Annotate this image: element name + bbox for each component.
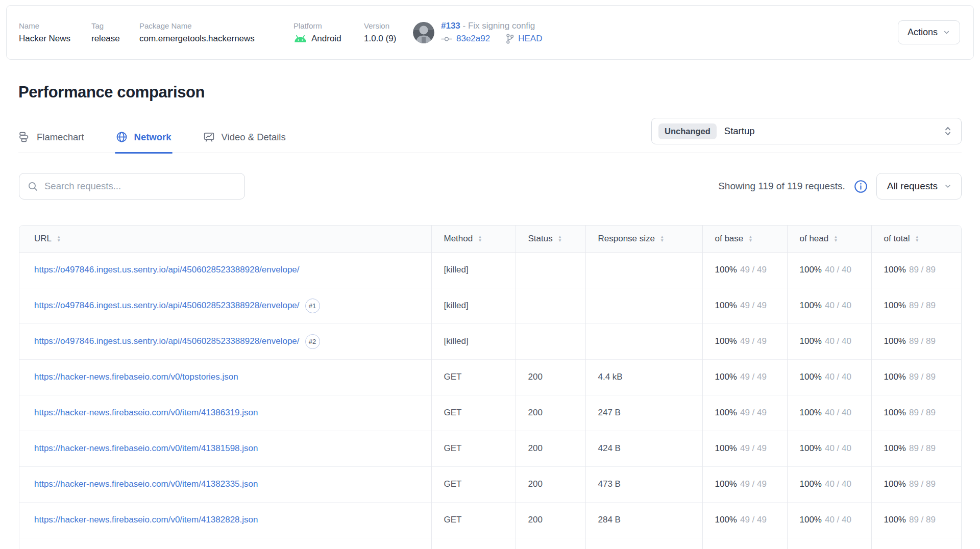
table-row: https://o497846.ingest.us.sentry.io/api/…	[19, 252, 961, 288]
field-label: Version	[364, 21, 413, 30]
sort-icon[interactable]	[57, 235, 61, 242]
request-url-link[interactable]: https://hacker-news.firebaseio.com/v0/it…	[34, 515, 258, 525]
field-value: release	[91, 34, 139, 44]
build-field-package-name: Package Name com.emergetools.hackernews	[139, 21, 293, 44]
search-icon	[28, 181, 38, 192]
of-total-cell: 100%89 / 89	[871, 288, 961, 323]
of-head-cell: 100%40 / 40	[787, 431, 871, 466]
url-cell: https://hacker-news.firebaseio.com/v0/it…	[19, 466, 431, 502]
column-header-of-base[interactable]: of base	[702, 226, 787, 252]
url-cell: https://o497846.ingest.us.sentry.io/api/…	[19, 323, 431, 359]
column-header-response-size[interactable]: Response size	[585, 226, 702, 252]
table-row: https://hacker-news.firebaseio.com/v0/it…	[19, 395, 961, 431]
status-cell	[516, 288, 585, 323]
of-base-cell: 100%49 / 49	[702, 431, 787, 466]
sort-icon[interactable]	[834, 235, 838, 242]
actions-button[interactable]: Actions	[898, 20, 960, 44]
actions-label: Actions	[908, 27, 938, 38]
sort-icon[interactable]	[558, 235, 562, 242]
request-url-link[interactable]: https://hacker-news.firebaseio.com/v0/it…	[34, 479, 258, 489]
flamechart-icon	[18, 131, 30, 143]
build-field-platform: Platform Android	[293, 21, 364, 44]
status-cell: 200	[516, 502, 585, 538]
column-header-of-total[interactable]: of total	[871, 226, 961, 252]
chevron-up-down-icon	[943, 125, 953, 137]
field-label: Platform	[293, 21, 364, 30]
of-total-cell: 100%89 / 89	[871, 359, 961, 395]
commit-link[interactable]: 83e2a92	[456, 34, 490, 44]
requests-filter-dropdown[interactable]: All requests	[876, 173, 962, 199]
build-header-card: Name Hacker News Tag release Package Nam…	[6, 5, 974, 60]
sort-icon[interactable]	[748, 235, 752, 242]
chevron-down-icon	[943, 29, 950, 36]
build-field-tag: Tag release	[91, 21, 139, 44]
request-url-link[interactable]: https://o497846.ingest.us.sentry.io/api/…	[34, 265, 300, 274]
of-base-cell: 100%49 / 49	[702, 359, 787, 395]
of-base-cell: 100%49 / 49	[702, 288, 787, 323]
column-header-method[interactable]: Method	[431, 226, 516, 252]
search-input[interactable]	[44, 181, 236, 192]
method-cell: GET	[431, 395, 516, 431]
globe-icon	[116, 131, 128, 143]
git-line: 83e2a92 HEAD	[441, 34, 542, 44]
table-row: https://o497846.ingest.us.sentry.io/api/…	[19, 288, 961, 323]
status-cell: 200	[516, 395, 585, 431]
metric-select[interactable]: Unchanged Startup	[651, 118, 962, 144]
table-row: https://o497846.ingest.us.sentry.io/api/…	[19, 323, 961, 359]
requests-table: URL Method Status Response size of base …	[19, 225, 962, 549]
search-box[interactable]	[19, 173, 245, 199]
request-url-link[interactable]: https://hacker-news.firebaseio.com/v0/it…	[34, 443, 258, 453]
request-url-link[interactable]: https://hacker-news.firebaseio.com/v0/it…	[34, 408, 258, 417]
column-header-of-head[interactable]: of head	[787, 226, 871, 252]
method-cell: [killed]	[431, 323, 516, 359]
info-icon[interactable]	[854, 180, 868, 193]
chevron-down-icon	[944, 182, 952, 190]
column-header-url[interactable]: URL	[19, 226, 431, 252]
android-icon	[293, 35, 307, 43]
of-head-cell: 100%40 / 40	[787, 323, 871, 359]
of-base-cell: 100%49 / 49	[702, 252, 787, 288]
of-head-cell: 100%40 / 40	[787, 252, 871, 288]
tab-video-details[interactable]: Video & Details	[203, 131, 286, 153]
avatar	[413, 22, 434, 43]
build-field-name: Name Hacker News	[19, 21, 91, 44]
of-total-cell: 100%89 / 89	[871, 323, 961, 359]
response-size-cell: 284 B	[585, 502, 702, 538]
column-header-status[interactable]: Status	[516, 226, 585, 252]
duplicate-count-badge: #1	[305, 298, 320, 313]
tab-label: Network	[134, 132, 172, 143]
sort-icon[interactable]	[915, 235, 919, 242]
metric-status-badge: Unchanged	[658, 123, 717, 139]
url-cell: https://hacker-news.firebaseio.com/v0/to…	[19, 359, 431, 395]
response-size-cell	[585, 323, 702, 359]
method-cell: GET	[431, 359, 516, 395]
response-size-cell: 424 B	[585, 431, 702, 466]
field-value: Android	[293, 34, 364, 44]
status-cell	[516, 252, 585, 288]
branch-link[interactable]: HEAD	[518, 34, 542, 44]
pr-number-link[interactable]: #133	[441, 21, 460, 31]
requests-toolbar: Showing 119 of 119 requests. All request…	[19, 173, 962, 199]
status-cell: 200	[516, 431, 585, 466]
sort-icon[interactable]	[660, 235, 664, 242]
response-size-cell: 247 B	[585, 395, 702, 431]
of-head-cell: 100%40 / 40	[787, 466, 871, 502]
duplicate-count-badge: #2	[305, 334, 320, 349]
status-cell: 200	[516, 359, 585, 395]
build-info: #133 - Fix signing config 83e2a92	[441, 21, 542, 44]
method-cell: [killed]	[431, 288, 516, 323]
pr-line: #133 - Fix signing config	[441, 21, 542, 31]
tab-network[interactable]: Network	[116, 131, 172, 153]
request-url-link[interactable]: https://hacker-news.firebaseio.com/v0/to…	[34, 372, 238, 382]
tab-label: Flamechart	[37, 132, 84, 143]
request-url-link[interactable]: https://o497846.ingest.us.sentry.io/api/…	[34, 300, 300, 310]
platform-value: Android	[311, 34, 341, 44]
filter-label: All requests	[887, 181, 938, 192]
of-head-cell: 100%40 / 40	[787, 502, 871, 538]
page-title: Performance comparison	[18, 83, 962, 102]
tab-flamechart[interactable]: Flamechart	[18, 131, 84, 153]
request-url-link[interactable]: https://o497846.ingest.us.sentry.io/api/…	[34, 336, 300, 345]
sort-icon[interactable]	[478, 235, 482, 242]
pr-title: - Fix signing config	[463, 21, 535, 31]
of-head-cell: 100%40 / 40	[787, 288, 871, 323]
